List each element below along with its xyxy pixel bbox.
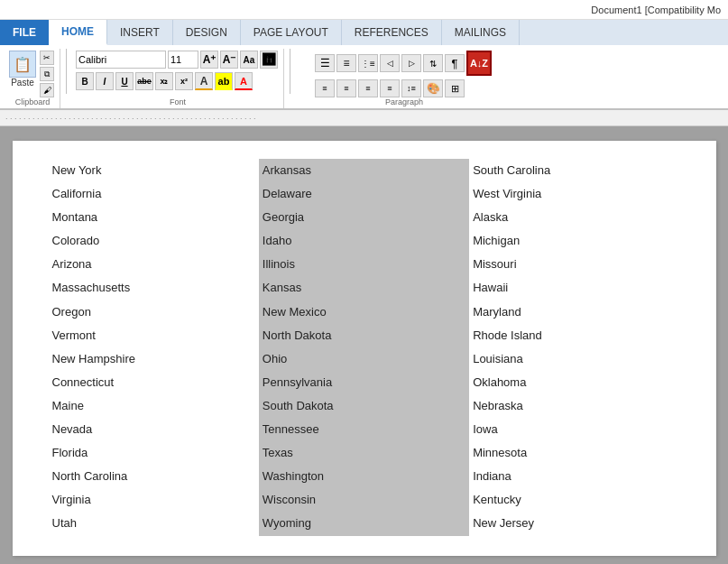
font-size-input[interactable] (168, 51, 198, 69)
strikethrough-button[interactable]: abe (135, 72, 153, 90)
sort-button-small[interactable]: ⇅ (423, 54, 443, 72)
state-item: Tennessee (259, 418, 469, 441)
state-item: Pennsylvania (259, 371, 469, 394)
state-item: Illinois (259, 253, 469, 276)
multilevel-button[interactable]: ⋮≡ (358, 54, 378, 72)
paste-icon: 📋 (9, 51, 36, 78)
tab-references[interactable]: REFERENCES (342, 20, 442, 45)
state-item: Delaware (259, 182, 469, 206)
clipboard-group: 📋 Paste ✂ ⧉ 🖌 Clipboard (5, 49, 60, 108)
state-item: Florida (49, 441, 259, 465)
increase-indent-button[interactable]: ▷ (401, 54, 421, 72)
state-item: Alaska (469, 206, 679, 229)
border-button[interactable]: ⊞ (445, 79, 465, 97)
state-item: Kentucky (469, 488, 679, 512)
font-color-button[interactable]: A (235, 72, 253, 90)
state-item: New Mexico (259, 300, 469, 324)
document-area: New YorkArkansasSouth CarolinaCalifornia… (13, 141, 716, 556)
bold-button[interactable]: B (76, 72, 94, 90)
italic-button[interactable]: I (96, 72, 114, 90)
font-row1: A⁺ A⁻ Aa 🅰 (76, 51, 278, 69)
font-group: A⁺ A⁻ Aa 🅰 B I U abe x₂ x² A ab A Font (72, 49, 284, 108)
state-item: North Carolina (49, 465, 259, 488)
state-item: Hawaii (469, 276, 679, 300)
state-item: New Hampshire (49, 347, 259, 371)
state-item: Texas (259, 441, 469, 465)
grow-font-button[interactable]: A⁺ (200, 51, 218, 69)
state-item: Connecticut (49, 371, 259, 394)
ribbon: FILE HOME INSERT DESIGN PAGE LAYOUT REFE… (0, 20, 728, 110)
bullets-button[interactable]: ☰ (315, 54, 335, 72)
tab-page-layout[interactable]: PAGE LAYOUT (241, 20, 342, 45)
state-item: Wisconsin (259, 488, 469, 512)
tab-bar: FILE HOME INSERT DESIGN PAGE LAYOUT REFE… (0, 20, 728, 45)
state-item: Arizona (49, 253, 259, 276)
state-item: Nebraska (469, 394, 679, 418)
line-spacing-button[interactable]: ↕≡ (401, 79, 421, 97)
state-item: Massachusetts (49, 276, 259, 300)
state-item: Iowa (469, 418, 679, 441)
state-item: Rhode Island (469, 324, 679, 347)
state-item: Minnesota (469, 441, 679, 465)
sort-az-button[interactable]: A↓Z (466, 51, 492, 76)
tab-mailings[interactable]: MAILINGS (442, 20, 520, 45)
format-painter-icon[interactable]: 🖌 (40, 83, 54, 97)
state-item: Georgia (259, 206, 469, 229)
tab-design[interactable]: DESIGN (173, 20, 241, 45)
paste-label: Paste (11, 78, 34, 88)
state-item: Kansas (259, 276, 469, 300)
font-label: Font (72, 97, 283, 106)
decrease-indent-button[interactable]: ◁ (380, 54, 400, 72)
font-name-input[interactable] (76, 51, 166, 69)
copy-icon[interactable]: ⧉ (40, 67, 54, 81)
states-grid: New YorkArkansasSouth CarolinaCalifornia… (49, 159, 680, 536)
pilcrow-button[interactable]: ¶ (445, 54, 465, 72)
state-item: South Carolina (469, 159, 679, 182)
state-item: Indiana (469, 465, 679, 488)
state-item: Louisiana (469, 347, 679, 371)
subscript-button[interactable]: x₂ (155, 72, 173, 90)
state-item: Colorado (49, 229, 259, 253)
align-center-button[interactable]: ≡ (336, 79, 356, 97)
state-item: Arkansas (259, 159, 469, 182)
align-left-button[interactable]: ≡ (315, 79, 335, 97)
state-item: Montana (49, 206, 259, 229)
underline-button[interactable]: U (115, 72, 134, 90)
tab-home[interactable]: HOME (49, 20, 107, 45)
state-item: Idaho (259, 229, 469, 253)
state-item: Maine (49, 394, 259, 418)
state-item: New Jersey (469, 512, 679, 535)
superscript-button[interactable]: x² (175, 72, 193, 90)
clear-format-button[interactable]: 🅰 (260, 51, 278, 69)
state-item: Oklahoma (469, 371, 679, 394)
state-item: Vermont (49, 324, 259, 347)
cut-icon[interactable]: ✂ (40, 51, 54, 65)
paragraph-label: Paragraph (296, 97, 512, 106)
change-case-button[interactable]: Aa (240, 51, 258, 69)
divider-2 (290, 49, 290, 94)
paste-button[interactable]: 📋 Paste (9, 51, 36, 88)
ribbon-toolbar: 📋 Paste ✂ ⧉ 🖌 Clipboard A (0, 45, 728, 108)
state-item: Utah (49, 512, 259, 535)
state-item: California (49, 182, 259, 206)
justify-button[interactable]: ≡ (380, 79, 400, 97)
tab-insert[interactable]: INSERT (107, 20, 173, 45)
state-item: Washington (259, 465, 469, 488)
shading-button[interactable]: 🎨 (423, 79, 443, 97)
state-item: Nevada (49, 418, 259, 441)
state-item: South Dakota (259, 394, 469, 418)
state-item: Oregon (49, 300, 259, 324)
title-text: Document1 [Compatibility Mo (591, 5, 721, 15)
state-item: New York (49, 159, 259, 182)
font-color-A-button[interactable]: A (195, 72, 213, 90)
shrink-font-button[interactable]: A⁻ (220, 51, 238, 69)
align-right-button[interactable]: ≡ (358, 79, 378, 97)
tab-file[interactable]: FILE (0, 20, 49, 45)
numbering-button[interactable]: ≡ (336, 54, 356, 72)
para-row2: ≡ ≡ ≡ ≡ ↕≡ 🎨 ⊞ (315, 79, 465, 97)
state-item: Virginia (49, 488, 259, 512)
paragraph-group: ☰ ≡ ⋮≡ ◁ ▷ ⇅ ¶ A↓Z ≡ ≡ ≡ ≡ ↕≡ 🎨 ⊞ (296, 49, 512, 108)
state-item: Wyoming (259, 512, 469, 535)
highlight-color-button[interactable]: ab (215, 72, 233, 90)
state-item: Missouri (469, 253, 679, 276)
